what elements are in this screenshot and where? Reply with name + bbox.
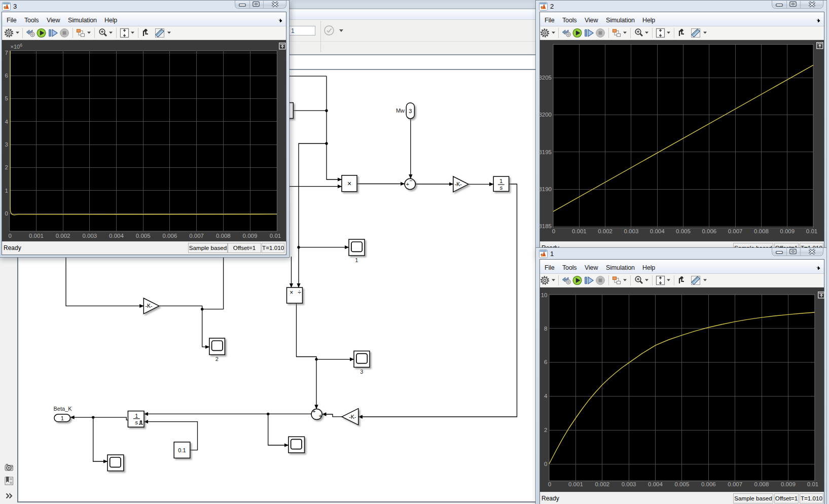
svg-text:2: 2 <box>215 356 219 362</box>
svg-text:5: 5 <box>5 95 8 101</box>
svg-text:3195: 3195 <box>538 149 552 155</box>
svg-text:0.001: 0.001 <box>572 228 587 234</box>
svg-text:4: 4 <box>5 119 9 125</box>
svg-text:1: 1 <box>5 188 8 194</box>
svg-text:-K-: -K- <box>455 181 462 187</box>
svg-text:-K-: -K- <box>349 414 356 420</box>
svg-text:3185: 3185 <box>538 223 552 229</box>
svg-text:0.003: 0.003 <box>82 233 97 239</box>
svg-text:6: 6 <box>544 359 547 365</box>
svg-text:0: 0 <box>552 228 555 234</box>
svg-text:1: 1 <box>499 178 502 184</box>
svg-text:-K-: -K- <box>146 303 153 309</box>
svg-text:0.001: 0.001 <box>29 233 44 239</box>
svg-text:0.1: 0.1 <box>178 447 186 453</box>
svg-text:2: 2 <box>544 427 547 433</box>
svg-text:0: 0 <box>5 210 8 217</box>
svg-text:Beta_K: Beta_K <box>53 406 72 412</box>
svg-text:0.002: 0.002 <box>595 481 609 487</box>
svg-text:0.01: 0.01 <box>270 233 281 239</box>
svg-text:0: 0 <box>544 461 547 467</box>
svg-text:×: × <box>290 289 293 296</box>
svg-text:0.005: 0.005 <box>136 233 151 239</box>
svg-text:3190: 3190 <box>538 186 552 192</box>
svg-text:0.009: 0.009 <box>781 481 796 487</box>
svg-text:×: × <box>347 179 351 188</box>
svg-text:3: 3 <box>5 141 8 148</box>
svg-text:s: s <box>500 185 503 191</box>
svg-text:0.007: 0.007 <box>728 481 742 487</box>
svg-text:3: 3 <box>409 108 412 114</box>
svg-text:0.004: 0.004 <box>648 481 663 487</box>
svg-text:1: 1 <box>61 415 64 421</box>
svg-text:+: + <box>319 413 322 419</box>
svg-text:0.003: 0.003 <box>624 228 639 234</box>
svg-text:2: 2 <box>5 164 8 170</box>
svg-text:3205: 3205 <box>538 75 552 81</box>
svg-text:0.008: 0.008 <box>754 481 769 487</box>
svg-text:0.009: 0.009 <box>780 228 795 234</box>
svg-text:0.007: 0.007 <box>189 233 204 239</box>
svg-text:+: + <box>406 181 409 187</box>
svg-text:0.008: 0.008 <box>754 228 769 234</box>
svg-text:s: s <box>135 419 138 425</box>
svg-text:8: 8 <box>544 326 547 332</box>
svg-text:−: − <box>409 177 412 184</box>
svg-text:Mw: Mw <box>396 107 405 114</box>
svg-text:0.002: 0.002 <box>56 233 70 239</box>
svg-text:×106: ×106 <box>11 43 23 50</box>
svg-text:0.004: 0.004 <box>650 228 665 234</box>
svg-text:+: + <box>312 408 315 414</box>
svg-text:0: 0 <box>8 233 11 239</box>
svg-text:0.005: 0.005 <box>675 481 690 487</box>
svg-text:0.006: 0.006 <box>702 228 716 234</box>
svg-text:0.006: 0.006 <box>163 233 177 239</box>
svg-text:0.004: 0.004 <box>109 233 124 239</box>
svg-text:0.001: 0.001 <box>568 481 583 487</box>
svg-text:0.01: 0.01 <box>806 228 817 234</box>
svg-text:0.007: 0.007 <box>728 228 743 234</box>
svg-text:0.005: 0.005 <box>676 228 691 234</box>
svg-text:0.009: 0.009 <box>243 233 258 239</box>
svg-text:3: 3 <box>360 369 363 375</box>
svg-text:1: 1 <box>355 257 358 263</box>
svg-text:0.01: 0.01 <box>807 481 818 487</box>
svg-text:0.003: 0.003 <box>622 481 636 487</box>
svg-text:7: 7 <box>5 50 8 56</box>
svg-text:3200: 3200 <box>538 112 552 118</box>
svg-text:0.002: 0.002 <box>598 228 612 234</box>
svg-text:4: 4 <box>544 393 548 399</box>
svg-text:1: 1 <box>135 413 138 419</box>
svg-text:0: 0 <box>548 481 551 487</box>
svg-text:0.008: 0.008 <box>216 233 231 239</box>
svg-text:0.006: 0.006 <box>701 481 716 487</box>
svg-text:÷: ÷ <box>298 289 301 296</box>
svg-text:6: 6 <box>5 73 8 79</box>
svg-text:10: 10 <box>541 292 548 298</box>
